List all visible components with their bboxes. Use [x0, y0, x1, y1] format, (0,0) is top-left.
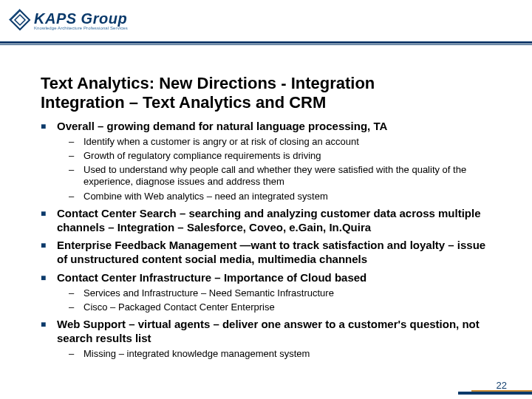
bullet-text: Used to understand why people call and w… — [83, 164, 491, 188]
divider-thick — [0, 41, 532, 44]
bullet-text: Contact Center Infrastructure – Importan… — [57, 271, 491, 285]
bullet-text: Growth of regulatory compliance requirem… — [83, 150, 491, 162]
bullet-text: Services and Infrastructure – Need Seman… — [83, 287, 491, 299]
bullet-level-1: ■Overall – growing demand for natural la… — [41, 120, 491, 134]
square-bullet-icon: ■ — [41, 240, 50, 267]
bullet-level-2: –Growth of regulatory compliance require… — [69, 150, 491, 162]
dash-bullet-icon: – — [69, 164, 76, 188]
footer: 22 — [421, 384, 532, 399]
bullet-level-2: –Combine with Web analytics – need an in… — [69, 191, 491, 202]
bullet-text: Overall – growing demand for natural lan… — [57, 120, 491, 134]
bullet-text: Cisco – Packaged Contact Center Enterpri… — [83, 301, 491, 313]
bullet-text: Contact Center Search – searching and an… — [57, 207, 491, 235]
bullet-text: Web Support – virtual agents – deliver o… — [57, 318, 491, 346]
dash-bullet-icon: – — [69, 191, 76, 202]
bullet-level-1: ■Contact Center Search – searching and a… — [41, 207, 491, 235]
header: KAPS Group Knowledge Architecture Profes… — [0, 7, 532, 44]
bullet-text: Identify when a customer is angry or at … — [83, 136, 491, 148]
svg-marker-0 — [10, 10, 30, 30]
square-bullet-icon: ■ — [41, 208, 50, 235]
logo-mark-icon — [7, 7, 33, 33]
bullet-level-1: ■Enterprise Feedback Management —want to… — [41, 239, 491, 267]
dash-bullet-icon: – — [69, 150, 76, 162]
bullet-level-2: –Cisco – Packaged Contact Center Enterpr… — [69, 301, 491, 313]
dash-bullet-icon: – — [69, 136, 76, 148]
logo: KAPS Group Knowledge Architecture Profes… — [7, 7, 128, 33]
dash-bullet-icon: – — [69, 301, 76, 313]
bullet-text: Missing – integrated knowledge managemen… — [83, 348, 491, 360]
bullet-level-2: –Used to understand why people call and … — [69, 164, 491, 188]
bullet-level-2: –Services and Infrastructure – Need Sema… — [69, 287, 491, 299]
square-bullet-icon: ■ — [41, 273, 50, 285]
slide: KAPS Group Knowledge Architecture Profes… — [0, 0, 532, 399]
divider-thin — [0, 44, 532, 45]
dash-bullet-icon: – — [69, 287, 76, 299]
page-number: 22 — [497, 380, 507, 391]
slide-title-line-2: Integration – Text Analytics and CRM — [41, 93, 491, 112]
logo-text-block: KAPS Group Knowledge Architecture Profes… — [34, 10, 128, 30]
bullet-level-1: ■Web Support – virtual agents – deliver … — [41, 318, 491, 346]
bullet-text: Enterprise Feedback Management —want to … — [57, 239, 491, 267]
slide-title-line-1: Text Analytics: New Directions - Integra… — [41, 74, 491, 93]
content: Text Analytics: New Directions - Integra… — [41, 74, 491, 360]
bullet-level-2: –Missing – integrated knowledge manageme… — [69, 348, 491, 360]
logo-tagline: Knowledge Architecture Professional Serv… — [34, 26, 128, 30]
bullet-level-2: –Identify when a customer is angry or at… — [69, 136, 491, 148]
bullet-list: ■Overall – growing demand for natural la… — [41, 120, 491, 360]
footer-accent-blue — [458, 392, 532, 395]
dash-bullet-icon: – — [69, 348, 76, 360]
logo-text: KAPS Group — [34, 10, 128, 27]
square-bullet-icon: ■ — [41, 319, 50, 346]
svg-marker-1 — [15, 15, 25, 25]
square-bullet-icon: ■ — [41, 121, 50, 134]
bullet-level-1: ■Contact Center Infrastructure – Importa… — [41, 271, 491, 285]
bullet-text: Combine with Web analytics – need an int… — [83, 191, 491, 202]
